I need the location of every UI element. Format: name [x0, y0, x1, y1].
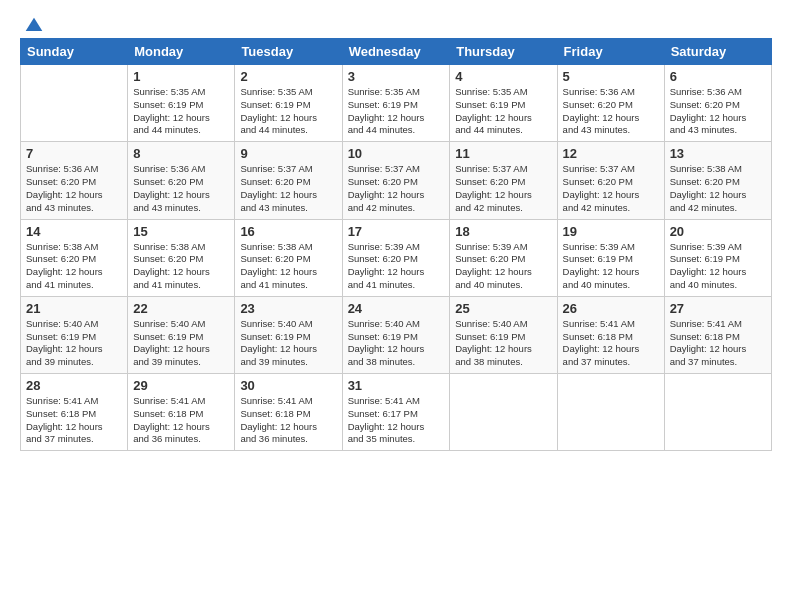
day-number: 2	[240, 69, 336, 84]
calendar-header-tuesday: Tuesday	[235, 39, 342, 65]
day-info: Sunrise: 5:39 AM Sunset: 6:20 PM Dayligh…	[455, 241, 551, 292]
calendar-cell: 17Sunrise: 5:39 AM Sunset: 6:20 PM Dayli…	[342, 219, 450, 296]
day-info: Sunrise: 5:38 AM Sunset: 6:20 PM Dayligh…	[670, 163, 766, 214]
day-number: 7	[26, 146, 122, 161]
calendar: SundayMondayTuesdayWednesdayThursdayFrid…	[20, 38, 772, 451]
calendar-cell: 29Sunrise: 5:41 AM Sunset: 6:18 PM Dayli…	[128, 374, 235, 451]
day-info: Sunrise: 5:41 AM Sunset: 6:18 PM Dayligh…	[670, 318, 766, 369]
day-number: 18	[455, 224, 551, 239]
day-number: 13	[670, 146, 766, 161]
day-info: Sunrise: 5:37 AM Sunset: 6:20 PM Dayligh…	[455, 163, 551, 214]
calendar-cell: 11Sunrise: 5:37 AM Sunset: 6:20 PM Dayli…	[450, 142, 557, 219]
calendar-cell: 19Sunrise: 5:39 AM Sunset: 6:19 PM Dayli…	[557, 219, 664, 296]
day-info: Sunrise: 5:39 AM Sunset: 6:20 PM Dayligh…	[348, 241, 445, 292]
day-info: Sunrise: 5:36 AM Sunset: 6:20 PM Dayligh…	[670, 86, 766, 137]
calendar-cell: 12Sunrise: 5:37 AM Sunset: 6:20 PM Dayli…	[557, 142, 664, 219]
calendar-header-monday: Monday	[128, 39, 235, 65]
day-info: Sunrise: 5:41 AM Sunset: 6:18 PM Dayligh…	[563, 318, 659, 369]
calendar-cell	[557, 374, 664, 451]
day-info: Sunrise: 5:35 AM Sunset: 6:19 PM Dayligh…	[348, 86, 445, 137]
day-number: 27	[670, 301, 766, 316]
calendar-cell: 4Sunrise: 5:35 AM Sunset: 6:19 PM Daylig…	[450, 65, 557, 142]
day-info: Sunrise: 5:35 AM Sunset: 6:19 PM Dayligh…	[133, 86, 229, 137]
day-number: 3	[348, 69, 445, 84]
day-info: Sunrise: 5:37 AM Sunset: 6:20 PM Dayligh…	[563, 163, 659, 214]
day-number: 9	[240, 146, 336, 161]
page-header	[20, 16, 772, 32]
day-info: Sunrise: 5:41 AM Sunset: 6:18 PM Dayligh…	[26, 395, 122, 446]
day-number: 28	[26, 378, 122, 393]
calendar-cell: 8Sunrise: 5:36 AM Sunset: 6:20 PM Daylig…	[128, 142, 235, 219]
calendar-cell: 15Sunrise: 5:38 AM Sunset: 6:20 PM Dayli…	[128, 219, 235, 296]
calendar-cell: 28Sunrise: 5:41 AM Sunset: 6:18 PM Dayli…	[21, 374, 128, 451]
calendar-cell: 26Sunrise: 5:41 AM Sunset: 6:18 PM Dayli…	[557, 296, 664, 373]
day-number: 21	[26, 301, 122, 316]
logo-icon	[24, 16, 44, 36]
calendar-cell: 21Sunrise: 5:40 AM Sunset: 6:19 PM Dayli…	[21, 296, 128, 373]
calendar-cell: 3Sunrise: 5:35 AM Sunset: 6:19 PM Daylig…	[342, 65, 450, 142]
calendar-cell: 5Sunrise: 5:36 AM Sunset: 6:20 PM Daylig…	[557, 65, 664, 142]
day-number: 11	[455, 146, 551, 161]
day-info: Sunrise: 5:35 AM Sunset: 6:19 PM Dayligh…	[455, 86, 551, 137]
day-info: Sunrise: 5:38 AM Sunset: 6:20 PM Dayligh…	[26, 241, 122, 292]
day-info: Sunrise: 5:40 AM Sunset: 6:19 PM Dayligh…	[348, 318, 445, 369]
day-number: 8	[133, 146, 229, 161]
day-info: Sunrise: 5:40 AM Sunset: 6:19 PM Dayligh…	[133, 318, 229, 369]
calendar-cell: 13Sunrise: 5:38 AM Sunset: 6:20 PM Dayli…	[664, 142, 771, 219]
day-info: Sunrise: 5:38 AM Sunset: 6:20 PM Dayligh…	[133, 241, 229, 292]
calendar-cell: 22Sunrise: 5:40 AM Sunset: 6:19 PM Dayli…	[128, 296, 235, 373]
calendar-cell: 31Sunrise: 5:41 AM Sunset: 6:17 PM Dayli…	[342, 374, 450, 451]
calendar-cell	[450, 374, 557, 451]
calendar-week-row: 21Sunrise: 5:40 AM Sunset: 6:19 PM Dayli…	[21, 296, 772, 373]
svg-marker-0	[26, 18, 43, 31]
day-number: 22	[133, 301, 229, 316]
calendar-header-saturday: Saturday	[664, 39, 771, 65]
calendar-cell: 7Sunrise: 5:36 AM Sunset: 6:20 PM Daylig…	[21, 142, 128, 219]
day-info: Sunrise: 5:36 AM Sunset: 6:20 PM Dayligh…	[26, 163, 122, 214]
day-info: Sunrise: 5:40 AM Sunset: 6:19 PM Dayligh…	[26, 318, 122, 369]
day-number: 5	[563, 69, 659, 84]
day-number: 29	[133, 378, 229, 393]
day-number: 10	[348, 146, 445, 161]
logo	[20, 16, 44, 32]
calendar-week-row: 14Sunrise: 5:38 AM Sunset: 6:20 PM Dayli…	[21, 219, 772, 296]
calendar-cell: 30Sunrise: 5:41 AM Sunset: 6:18 PM Dayli…	[235, 374, 342, 451]
day-number: 1	[133, 69, 229, 84]
day-info: Sunrise: 5:40 AM Sunset: 6:19 PM Dayligh…	[455, 318, 551, 369]
calendar-cell: 2Sunrise: 5:35 AM Sunset: 6:19 PM Daylig…	[235, 65, 342, 142]
day-number: 4	[455, 69, 551, 84]
day-info: Sunrise: 5:41 AM Sunset: 6:17 PM Dayligh…	[348, 395, 445, 446]
day-number: 15	[133, 224, 229, 239]
day-number: 25	[455, 301, 551, 316]
calendar-cell: 10Sunrise: 5:37 AM Sunset: 6:20 PM Dayli…	[342, 142, 450, 219]
calendar-cell: 20Sunrise: 5:39 AM Sunset: 6:19 PM Dayli…	[664, 219, 771, 296]
calendar-cell: 9Sunrise: 5:37 AM Sunset: 6:20 PM Daylig…	[235, 142, 342, 219]
day-info: Sunrise: 5:36 AM Sunset: 6:20 PM Dayligh…	[133, 163, 229, 214]
day-info: Sunrise: 5:39 AM Sunset: 6:19 PM Dayligh…	[563, 241, 659, 292]
calendar-cell: 14Sunrise: 5:38 AM Sunset: 6:20 PM Dayli…	[21, 219, 128, 296]
day-number: 31	[348, 378, 445, 393]
day-number: 30	[240, 378, 336, 393]
calendar-header-friday: Friday	[557, 39, 664, 65]
calendar-header-sunday: Sunday	[21, 39, 128, 65]
calendar-header-row: SundayMondayTuesdayWednesdayThursdayFrid…	[21, 39, 772, 65]
day-info: Sunrise: 5:37 AM Sunset: 6:20 PM Dayligh…	[240, 163, 336, 214]
calendar-cell: 27Sunrise: 5:41 AM Sunset: 6:18 PM Dayli…	[664, 296, 771, 373]
calendar-cell	[21, 65, 128, 142]
day-info: Sunrise: 5:39 AM Sunset: 6:19 PM Dayligh…	[670, 241, 766, 292]
calendar-week-row: 7Sunrise: 5:36 AM Sunset: 6:20 PM Daylig…	[21, 142, 772, 219]
calendar-week-row: 1Sunrise: 5:35 AM Sunset: 6:19 PM Daylig…	[21, 65, 772, 142]
calendar-cell: 25Sunrise: 5:40 AM Sunset: 6:19 PM Dayli…	[450, 296, 557, 373]
day-number: 17	[348, 224, 445, 239]
day-info: Sunrise: 5:41 AM Sunset: 6:18 PM Dayligh…	[133, 395, 229, 446]
calendar-header-wednesday: Wednesday	[342, 39, 450, 65]
day-info: Sunrise: 5:37 AM Sunset: 6:20 PM Dayligh…	[348, 163, 445, 214]
calendar-cell: 18Sunrise: 5:39 AM Sunset: 6:20 PM Dayli…	[450, 219, 557, 296]
calendar-cell: 16Sunrise: 5:38 AM Sunset: 6:20 PM Dayli…	[235, 219, 342, 296]
calendar-week-row: 28Sunrise: 5:41 AM Sunset: 6:18 PM Dayli…	[21, 374, 772, 451]
day-info: Sunrise: 5:40 AM Sunset: 6:19 PM Dayligh…	[240, 318, 336, 369]
day-info: Sunrise: 5:38 AM Sunset: 6:20 PM Dayligh…	[240, 241, 336, 292]
day-number: 6	[670, 69, 766, 84]
day-number: 19	[563, 224, 659, 239]
calendar-cell: 6Sunrise: 5:36 AM Sunset: 6:20 PM Daylig…	[664, 65, 771, 142]
